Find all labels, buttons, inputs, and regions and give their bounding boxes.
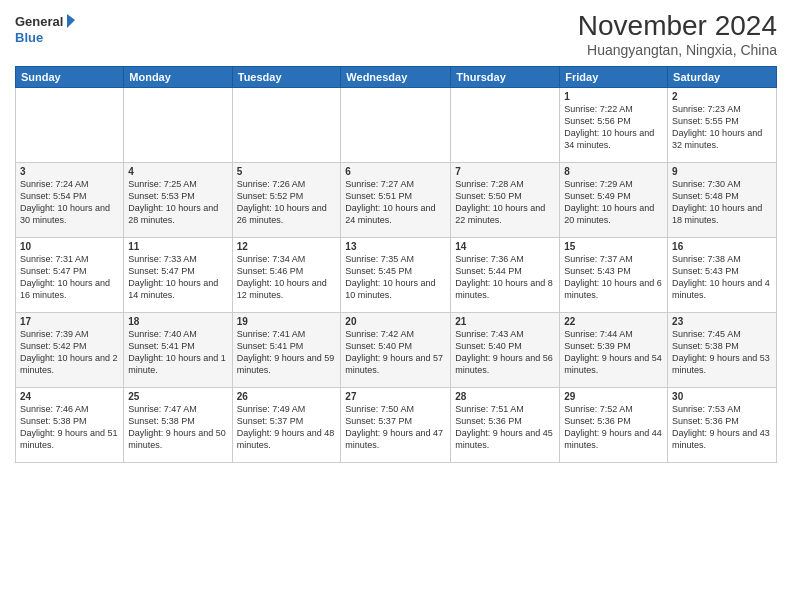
empty-cell [16, 88, 124, 163]
day-number: 25 [128, 391, 227, 402]
day-info: Sunrise: 7:30 AM Sunset: 5:48 PM Dayligh… [672, 178, 772, 227]
header-monday: Monday [124, 67, 232, 88]
day-info: Sunrise: 7:22 AM Sunset: 5:56 PM Dayligh… [564, 103, 663, 152]
day-info: Sunrise: 7:24 AM Sunset: 5:54 PM Dayligh… [20, 178, 119, 227]
day-info: Sunrise: 7:38 AM Sunset: 5:43 PM Dayligh… [672, 253, 772, 302]
header-thursday: Thursday [451, 67, 560, 88]
day-cell-17: 17Sunrise: 7:39 AM Sunset: 5:42 PM Dayli… [16, 313, 124, 388]
day-number: 19 [237, 316, 337, 327]
day-number: 8 [564, 166, 663, 177]
page: General Blue November 2024 Huangyangtan,… [0, 0, 792, 612]
calendar-header-row: SundayMondayTuesdayWednesdayThursdayFrid… [16, 67, 777, 88]
location: Huangyangtan, Ningxia, China [578, 42, 777, 58]
logo-svg: General Blue [15, 10, 75, 48]
day-info: Sunrise: 7:27 AM Sunset: 5:51 PM Dayligh… [345, 178, 446, 227]
day-info: Sunrise: 7:36 AM Sunset: 5:44 PM Dayligh… [455, 253, 555, 302]
day-info: Sunrise: 7:31 AM Sunset: 5:47 PM Dayligh… [20, 253, 119, 302]
day-cell-2: 2Sunrise: 7:23 AM Sunset: 5:55 PM Daylig… [668, 88, 777, 163]
day-cell-20: 20Sunrise: 7:42 AM Sunset: 5:40 PM Dayli… [341, 313, 451, 388]
day-info: Sunrise: 7:39 AM Sunset: 5:42 PM Dayligh… [20, 328, 119, 377]
header-saturday: Saturday [668, 67, 777, 88]
day-info: Sunrise: 7:41 AM Sunset: 5:41 PM Dayligh… [237, 328, 337, 377]
day-number: 16 [672, 241, 772, 252]
header-tuesday: Tuesday [232, 67, 341, 88]
day-cell-11: 11Sunrise: 7:33 AM Sunset: 5:47 PM Dayli… [124, 238, 232, 313]
day-number: 24 [20, 391, 119, 402]
day-cell-18: 18Sunrise: 7:40 AM Sunset: 5:41 PM Dayli… [124, 313, 232, 388]
day-number: 12 [237, 241, 337, 252]
day-info: Sunrise: 7:53 AM Sunset: 5:36 PM Dayligh… [672, 403, 772, 452]
header-wednesday: Wednesday [341, 67, 451, 88]
day-info: Sunrise: 7:25 AM Sunset: 5:53 PM Dayligh… [128, 178, 227, 227]
day-info: Sunrise: 7:34 AM Sunset: 5:46 PM Dayligh… [237, 253, 337, 302]
day-info: Sunrise: 7:52 AM Sunset: 5:36 PM Dayligh… [564, 403, 663, 452]
day-cell-28: 28Sunrise: 7:51 AM Sunset: 5:36 PM Dayli… [451, 388, 560, 463]
day-number: 17 [20, 316, 119, 327]
day-number: 15 [564, 241, 663, 252]
calendar: SundayMondayTuesdayWednesdayThursdayFrid… [15, 66, 777, 463]
day-cell-29: 29Sunrise: 7:52 AM Sunset: 5:36 PM Dayli… [560, 388, 668, 463]
day-number: 14 [455, 241, 555, 252]
empty-cell [124, 88, 232, 163]
day-cell-22: 22Sunrise: 7:44 AM Sunset: 5:39 PM Dayli… [560, 313, 668, 388]
day-info: Sunrise: 7:37 AM Sunset: 5:43 PM Dayligh… [564, 253, 663, 302]
day-info: Sunrise: 7:43 AM Sunset: 5:40 PM Dayligh… [455, 328, 555, 377]
day-info: Sunrise: 7:35 AM Sunset: 5:45 PM Dayligh… [345, 253, 446, 302]
day-number: 29 [564, 391, 663, 402]
calendar-body: 1Sunrise: 7:22 AM Sunset: 5:56 PM Daylig… [16, 88, 777, 463]
day-number: 23 [672, 316, 772, 327]
day-info: Sunrise: 7:29 AM Sunset: 5:49 PM Dayligh… [564, 178, 663, 227]
svg-marker-2 [67, 14, 75, 28]
day-info: Sunrise: 7:51 AM Sunset: 5:36 PM Dayligh… [455, 403, 555, 452]
week-row-1: 1Sunrise: 7:22 AM Sunset: 5:56 PM Daylig… [16, 88, 777, 163]
day-number: 26 [237, 391, 337, 402]
day-number: 18 [128, 316, 227, 327]
day-cell-15: 15Sunrise: 7:37 AM Sunset: 5:43 PM Dayli… [560, 238, 668, 313]
day-number: 22 [564, 316, 663, 327]
day-number: 13 [345, 241, 446, 252]
day-info: Sunrise: 7:45 AM Sunset: 5:38 PM Dayligh… [672, 328, 772, 377]
day-cell-6: 6Sunrise: 7:27 AM Sunset: 5:51 PM Daylig… [341, 163, 451, 238]
day-cell-10: 10Sunrise: 7:31 AM Sunset: 5:47 PM Dayli… [16, 238, 124, 313]
day-number: 21 [455, 316, 555, 327]
day-number: 11 [128, 241, 227, 252]
day-cell-7: 7Sunrise: 7:28 AM Sunset: 5:50 PM Daylig… [451, 163, 560, 238]
day-cell-24: 24Sunrise: 7:46 AM Sunset: 5:38 PM Dayli… [16, 388, 124, 463]
week-row-2: 3Sunrise: 7:24 AM Sunset: 5:54 PM Daylig… [16, 163, 777, 238]
day-number: 7 [455, 166, 555, 177]
day-number: 4 [128, 166, 227, 177]
day-cell-26: 26Sunrise: 7:49 AM Sunset: 5:37 PM Dayli… [232, 388, 341, 463]
day-info: Sunrise: 7:42 AM Sunset: 5:40 PM Dayligh… [345, 328, 446, 377]
svg-text:Blue: Blue [15, 30, 43, 45]
day-cell-12: 12Sunrise: 7:34 AM Sunset: 5:46 PM Dayli… [232, 238, 341, 313]
day-cell-8: 8Sunrise: 7:29 AM Sunset: 5:49 PM Daylig… [560, 163, 668, 238]
day-number: 6 [345, 166, 446, 177]
day-number: 30 [672, 391, 772, 402]
day-number: 9 [672, 166, 772, 177]
day-info: Sunrise: 7:26 AM Sunset: 5:52 PM Dayligh… [237, 178, 337, 227]
day-number: 28 [455, 391, 555, 402]
day-info: Sunrise: 7:50 AM Sunset: 5:37 PM Dayligh… [345, 403, 446, 452]
day-cell-25: 25Sunrise: 7:47 AM Sunset: 5:38 PM Dayli… [124, 388, 232, 463]
svg-text:General: General [15, 14, 63, 29]
header: General Blue November 2024 Huangyangtan,… [15, 10, 777, 58]
day-number: 5 [237, 166, 337, 177]
day-info: Sunrise: 7:49 AM Sunset: 5:37 PM Dayligh… [237, 403, 337, 452]
day-number: 1 [564, 91, 663, 102]
empty-cell [341, 88, 451, 163]
day-cell-16: 16Sunrise: 7:38 AM Sunset: 5:43 PM Dayli… [668, 238, 777, 313]
day-info: Sunrise: 7:44 AM Sunset: 5:39 PM Dayligh… [564, 328, 663, 377]
day-cell-4: 4Sunrise: 7:25 AM Sunset: 5:53 PM Daylig… [124, 163, 232, 238]
day-info: Sunrise: 7:23 AM Sunset: 5:55 PM Dayligh… [672, 103, 772, 152]
logo: General Blue [15, 10, 75, 48]
empty-cell [451, 88, 560, 163]
day-info: Sunrise: 7:33 AM Sunset: 5:47 PM Dayligh… [128, 253, 227, 302]
week-row-5: 24Sunrise: 7:46 AM Sunset: 5:38 PM Dayli… [16, 388, 777, 463]
header-friday: Friday [560, 67, 668, 88]
day-cell-14: 14Sunrise: 7:36 AM Sunset: 5:44 PM Dayli… [451, 238, 560, 313]
day-cell-1: 1Sunrise: 7:22 AM Sunset: 5:56 PM Daylig… [560, 88, 668, 163]
day-cell-30: 30Sunrise: 7:53 AM Sunset: 5:36 PM Dayli… [668, 388, 777, 463]
day-cell-9: 9Sunrise: 7:30 AM Sunset: 5:48 PM Daylig… [668, 163, 777, 238]
day-cell-23: 23Sunrise: 7:45 AM Sunset: 5:38 PM Dayli… [668, 313, 777, 388]
header-sunday: Sunday [16, 67, 124, 88]
